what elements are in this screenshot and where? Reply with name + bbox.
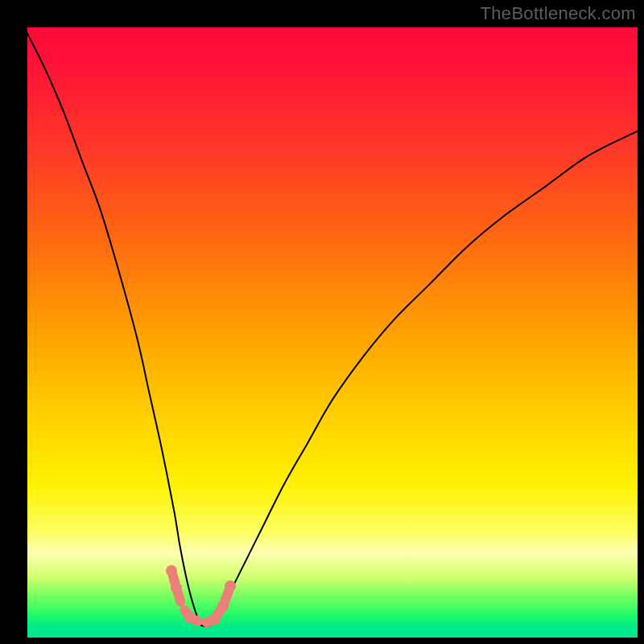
highlight-dot [225,580,236,592]
highlight-dot [166,565,177,576]
highlight-dot [217,601,229,612]
bottleneck-curve [27,27,638,638]
highlight-dot [171,582,182,593]
chart-frame: TheBottleneck.com [0,0,644,644]
highlight-dot [209,613,221,625]
watermark-text: TheBottleneck.com [481,3,636,24]
highlight-dot [184,612,196,623]
plot-area [27,27,638,638]
